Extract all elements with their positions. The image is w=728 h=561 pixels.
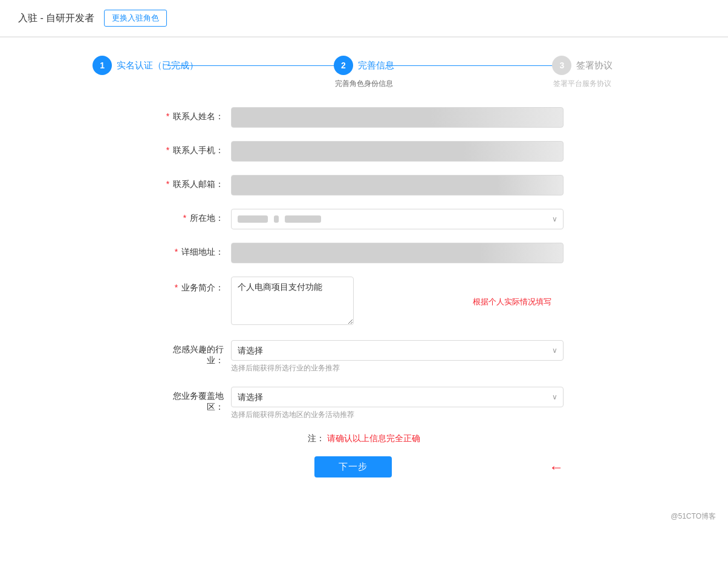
- location-dot: [274, 215, 279, 223]
- coverage-hint: 选择后能获得所选地区的业务活动推荐: [231, 410, 564, 420]
- location-blur-1: [238, 215, 268, 223]
- change-role-button[interactable]: 更换入驻角色: [104, 10, 167, 27]
- step-1-title: 实名认证（已完成）: [117, 60, 198, 71]
- page-header: 入驻 - 自研开发者 更换入驻角色: [0, 0, 728, 37]
- label-address: * 详细地址：: [164, 243, 231, 258]
- note-label: 注：: [308, 433, 325, 443]
- label-location: * 所在地：: [164, 209, 231, 224]
- label-coverage: 您业务覆盖地区：: [164, 387, 231, 413]
- label-industry: 您感兴趣的行业：: [164, 340, 231, 366]
- field-contact-name: * 联系人姓名：: [164, 107, 564, 128]
- label-contact-phone: * 联系人手机：: [164, 141, 231, 156]
- business-intro-hint: 根据个人实际情况填写: [473, 297, 551, 307]
- label-business-intro: * 业务简介：: [164, 277, 231, 294]
- field-contact-phone: * 联系人手机：: [164, 141, 564, 162]
- step-2: 2 完善信息 完善角色身份信息: [255, 56, 473, 89]
- required-star-3: *: [166, 179, 169, 189]
- location-select-wrapper: ∨: [231, 209, 564, 229]
- industry-select-wrapper: 请选择 ∨: [231, 340, 564, 361]
- note-row: 注： 请确认以上信息完全正确: [164, 433, 564, 444]
- next-button-area: 下一步 ←: [164, 456, 564, 477]
- step-2-sub: 完善角色身份信息: [335, 79, 393, 89]
- field-coverage: 您业务覆盖地区： 请选择 ∨ 选择后能获得所选地区的业务活动推荐: [164, 387, 564, 420]
- page-title: 入驻 - 自研开发者: [18, 12, 94, 25]
- watermark: @51CTO博客: [0, 502, 728, 527]
- required-star-2: *: [166, 145, 169, 155]
- select-industry[interactable]: 请选择: [231, 340, 564, 361]
- field-contact-email: * 联系人邮箱：: [164, 175, 564, 195]
- field-location: * 所在地： ∨: [164, 209, 564, 229]
- step-2-circle: 2: [334, 56, 353, 75]
- required-star-5: *: [175, 247, 178, 257]
- step-3-title: 签署协议: [576, 60, 613, 71]
- note-content: 请确认以上信息完全正确: [327, 433, 420, 443]
- location-display[interactable]: [231, 209, 564, 229]
- next-button[interactable]: 下一步: [314, 456, 392, 477]
- input-contact-email[interactable]: [231, 175, 564, 195]
- field-business-intro: * 业务简介： 个人电商项目支付功能 根据个人实际情况填写: [164, 277, 564, 327]
- arrow-icon: ←: [549, 459, 564, 476]
- field-industry: 您感兴趣的行业： 请选择 ∨ 选择后能获得所选行业的业务推荐: [164, 340, 564, 373]
- required-star: *: [166, 111, 169, 121]
- textarea-business-intro[interactable]: 个人电商项目支付功能: [231, 277, 354, 325]
- label-contact-name: * 联系人姓名：: [164, 107, 231, 122]
- steps-bar: 1 实名认证（已完成） 2 完善信息 完善角色身份信息 3 签署协议 签署平台服…: [0, 38, 728, 101]
- step-1-circle: 1: [93, 56, 112, 75]
- required-star-4: *: [183, 213, 186, 223]
- location-blur-2: [285, 215, 321, 223]
- step-3-sub: 签署平台服务协议: [553, 79, 611, 89]
- coverage-select-wrapper: 请选择 ∨: [231, 387, 564, 407]
- business-intro-wrapper: 个人电商项目支付功能 根据个人实际情况填写: [231, 277, 564, 327]
- input-contact-phone[interactable]: [231, 141, 564, 162]
- step-3-circle: 3: [552, 56, 571, 75]
- select-coverage[interactable]: 请选择: [231, 387, 564, 407]
- field-address: * 详细地址：: [164, 243, 564, 263]
- industry-col: 请选择 ∨ 选择后能获得所选行业的业务推荐: [231, 340, 564, 373]
- step-2-title: 完善信息: [358, 60, 394, 71]
- step-1: 1 实名认证（已完成）: [36, 56, 255, 79]
- coverage-col: 请选择 ∨ 选择后能获得所选地区的业务活动推荐: [231, 387, 564, 420]
- step-3: 3 签署协议 签署平台服务协议: [473, 56, 692, 89]
- industry-hint: 选择后能获得所选行业的业务推荐: [231, 363, 564, 373]
- input-contact-name[interactable]: [231, 107, 564, 128]
- registration-form: * 联系人姓名： * 联系人手机： * 联系人邮箱： * 所在地：: [152, 101, 576, 502]
- required-star-6: *: [175, 283, 178, 292]
- label-contact-email: * 联系人邮箱：: [164, 175, 231, 190]
- input-address[interactable]: [231, 243, 564, 263]
